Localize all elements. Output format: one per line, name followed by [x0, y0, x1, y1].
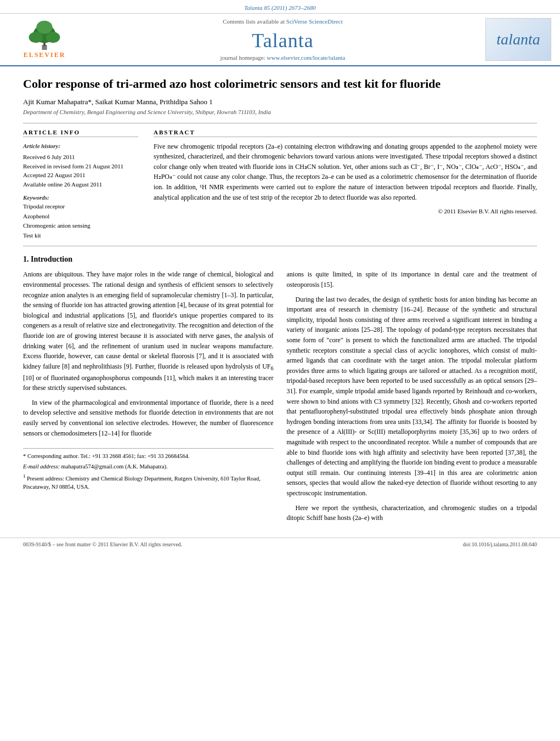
journal-title: Talanta — [252, 29, 313, 52]
article-history: Article history: Received 6 July 2011 Re… — [23, 142, 138, 189]
body-text-right: anions is quite limited, in spite of its… — [287, 269, 538, 523]
sciverse-anchor[interactable]: SciVerse ScienceDirect — [286, 18, 343, 25]
abstract-col: ABSTRACT Five new chromogenic tripodal r… — [154, 129, 537, 241]
keyword-2: Azophenol — [23, 212, 138, 222]
body-col-right: anions is quite limited, in spite of its… — [287, 269, 538, 527]
intro-title: 1. Introduction — [23, 255, 537, 264]
intro-p4: During the last two decades, the design … — [287, 295, 538, 499]
journal-homepage: journal homepage: www.elsevier.com/locat… — [220, 54, 346, 61]
footer-right: doi:10.1016/j.talanta.2011.08.040 — [463, 541, 537, 547]
intro-section: 1. Introduction Anions are ubiquitous. T… — [23, 255, 537, 527]
footnotes-area: * Corresponding author. Tel.: +91 33 266… — [23, 448, 274, 491]
elsevier-wordmark: ELSEVIER — [24, 51, 66, 59]
page-wrapper: Talanta 85 (2011) 2673–2680 ELSEVIER Con… — [0, 0, 560, 551]
header-center: Contents lists available at SciVerse Sci… — [86, 18, 480, 61]
header-section: ELSEVIER Contents lists available at Sci… — [0, 14, 560, 66]
body-divider — [23, 246, 537, 246]
keywords-label: Keywords: — [23, 194, 49, 201]
copyright: © 2011 Elsevier B.V. All rights reserved… — [154, 207, 537, 216]
article-info-col: ARTICLE INFO Article history: Received 6… — [23, 129, 138, 241]
top-bar: Talanta 85 (2011) 2673–2680 — [0, 0, 560, 14]
received-date: Received 6 July 2011 — [23, 152, 138, 162]
article-affiliation: Department of Chemistry, Bengal Engineer… — [23, 109, 537, 115]
intro-p2: In view of the pharmacological and envir… — [23, 398, 274, 438]
elsevier-tree-icon — [20, 20, 69, 50]
article-divider — [23, 123, 537, 123]
svg-point-5 — [36, 21, 52, 34]
footnote-email: E-mail address: mahapatra574@gmail.com (… — [23, 462, 274, 471]
talanta-logo-box: talanta — [485, 18, 551, 61]
article-content: Color response of tri-armed azo host col… — [0, 66, 560, 538]
intro-p5: Here we report the synthesis, characteri… — [287, 503, 538, 523]
body-columns: Anions are ubiquitous. They have major r… — [23, 269, 537, 527]
article-history-label: Article history: — [23, 142, 138, 151]
intro-p3: anions is quite limited, in spite of its… — [287, 269, 538, 290]
footnote-1: * Corresponding author. Tel.: +91 33 266… — [23, 452, 274, 461]
body-text-left: Anions are ubiquitous. They have major r… — [23, 269, 274, 438]
svg-point-4 — [46, 32, 60, 43]
keyword-1: Tripodal receptor — [23, 202, 138, 212]
svg-point-3 — [29, 32, 43, 43]
two-col-info: ARTICLE INFO Article history: Received 6… — [23, 129, 537, 241]
homepage-link[interactable]: www.elsevier.com/locate/talanta — [267, 54, 346, 61]
abstract-heading: ABSTRACT — [154, 129, 537, 137]
sciverse-link: Contents lists available at SciVerse Sci… — [223, 18, 342, 25]
revised-date: Received in revised form 21 August 2011 — [23, 162, 138, 171]
footer-bar: 0039-9140/$ – see front matter © 2011 El… — [0, 538, 560, 551]
abstract-body: Five new chromogenic tripodal receptors … — [154, 142, 537, 203]
article-info-heading: ARTICLE INFO — [23, 129, 138, 137]
elsevier-logo: ELSEVIER — [9, 18, 80, 61]
footnote-2: 1 Present address: Chemistry and Chemica… — [23, 473, 274, 491]
abstract-text: Five new chromogenic tripodal receptors … — [154, 142, 537, 217]
keywords-list: Tripodal receptor Azophenol Chromogenic … — [23, 202, 138, 240]
intro-p1: Anions are ubiquitous. They have major r… — [23, 269, 274, 393]
available-date: Available online 26 August 2011 — [23, 180, 138, 189]
keyword-4: Test kit — [23, 231, 138, 241]
footer-left: 0039-9140/$ – see front matter © 2011 El… — [23, 541, 182, 547]
accepted-date: Accepted 22 August 2011 — [23, 171, 138, 180]
body-col-left: Anions are ubiquitous. They have major r… — [23, 269, 274, 527]
keyword-3: Chromogenic anion sensing — [23, 221, 138, 231]
keywords-section: Keywords: Tripodal receptor Azophenol Ch… — [23, 193, 138, 240]
article-title: Color response of tri-armed azo host col… — [23, 76, 537, 92]
article-authors: Ajit Kumar Mahapatra*, Saikat Kumar Mann… — [23, 98, 537, 106]
talanta-logo-text: talanta — [496, 31, 540, 48]
journal-id: Talanta 85 (2011) 2673–2680 — [244, 4, 315, 11]
